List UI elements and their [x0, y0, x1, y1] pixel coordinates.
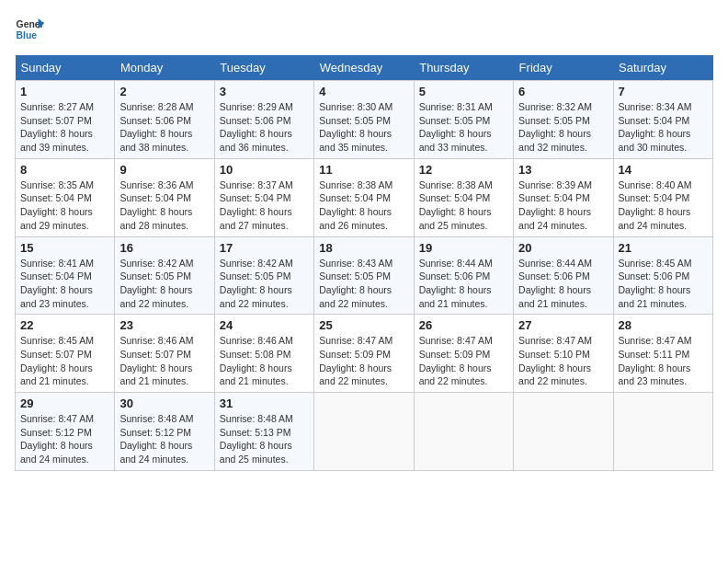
calendar-cell: 2 Sunrise: 8:28 AM Sunset: 5:06 PM Dayli…	[115, 81, 214, 159]
calendar-cell: 11 Sunrise: 8:38 AM Sunset: 5:04 PM Dayl…	[314, 158, 414, 236]
day-number: 27	[518, 318, 608, 332]
calendar-cell: 22 Sunrise: 8:45 AM Sunset: 5:07 PM Dayl…	[16, 315, 115, 393]
day-info: Sunrise: 8:47 AM Sunset: 5:10 PM Dayligh…	[518, 334, 608, 388]
day-number: 24	[220, 318, 309, 332]
day-number: 23	[119, 318, 209, 332]
calendar-cell: 30 Sunrise: 8:48 AM Sunset: 5:12 PM Dayl…	[115, 393, 214, 471]
calendar-cell: 9 Sunrise: 8:36 AM Sunset: 5:04 PM Dayli…	[115, 158, 214, 236]
col-monday: Monday	[115, 55, 214, 81]
calendar-cell: 23 Sunrise: 8:46 AM Sunset: 5:07 PM Dayl…	[115, 315, 214, 393]
calendar-cell: 10 Sunrise: 8:37 AM Sunset: 5:04 PM Dayl…	[214, 158, 313, 236]
day-number: 29	[20, 396, 109, 410]
day-number: 14	[619, 163, 708, 177]
page-header: General Blue	[15, 15, 713, 44]
day-info: Sunrise: 8:47 AM Sunset: 5:09 PM Dayligh…	[419, 334, 508, 388]
day-number: 8	[20, 163, 109, 177]
calendar-cell: 18 Sunrise: 8:43 AM Sunset: 5:05 PM Dayl…	[314, 236, 414, 315]
day-number: 9	[119, 163, 209, 177]
day-number: 22	[20, 318, 109, 332]
day-number: 11	[319, 163, 408, 177]
calendar-week-3: 15 Sunrise: 8:41 AM Sunset: 5:04 PM Dayl…	[16, 236, 713, 315]
day-info: Sunrise: 8:46 AM Sunset: 5:07 PM Dayligh…	[119, 334, 209, 388]
day-number: 20	[518, 241, 608, 255]
col-sunday: Sunday	[16, 55, 115, 81]
calendar-cell: 12 Sunrise: 8:38 AM Sunset: 5:04 PM Dayl…	[414, 158, 513, 236]
day-number: 19	[419, 241, 508, 255]
col-thursday: Thursday	[414, 55, 513, 81]
day-info: Sunrise: 8:28 AM Sunset: 5:06 PM Dayligh…	[119, 100, 209, 155]
svg-text:Blue: Blue	[17, 30, 38, 40]
day-number: 18	[319, 241, 408, 255]
day-number: 21	[619, 241, 708, 255]
calendar-week-4: 22 Sunrise: 8:45 AM Sunset: 5:07 PM Dayl…	[16, 315, 713, 393]
day-number: 1	[20, 85, 109, 98]
day-number: 28	[619, 318, 708, 332]
day-number: 25	[319, 318, 408, 332]
col-wednesday: Wednesday	[314, 55, 414, 81]
calendar-cell: 27 Sunrise: 8:47 AM Sunset: 5:10 PM Dayl…	[514, 315, 613, 393]
day-info: Sunrise: 8:48 AM Sunset: 5:12 PM Dayligh…	[119, 412, 209, 466]
col-tuesday: Tuesday	[214, 55, 313, 81]
calendar-cell	[613, 393, 712, 471]
calendar-week-5: 29 Sunrise: 8:47 AM Sunset: 5:12 PM Dayl…	[16, 393, 713, 471]
day-info: Sunrise: 8:30 AM Sunset: 5:05 PM Dayligh…	[319, 100, 408, 155]
col-friday: Friday	[514, 55, 613, 81]
day-info: Sunrise: 8:43 AM Sunset: 5:05 PM Dayligh…	[319, 257, 408, 311]
day-number: 2	[119, 85, 209, 98]
day-info: Sunrise: 8:42 AM Sunset: 5:05 PM Dayligh…	[220, 257, 309, 311]
day-info: Sunrise: 8:46 AM Sunset: 5:08 PM Dayligh…	[220, 334, 309, 388]
calendar-cell: 21 Sunrise: 8:45 AM Sunset: 5:06 PM Dayl…	[613, 236, 712, 315]
day-info: Sunrise: 8:39 AM Sunset: 5:04 PM Dayligh…	[518, 178, 608, 233]
calendar-cell: 17 Sunrise: 8:42 AM Sunset: 5:05 PM Dayl…	[214, 236, 313, 315]
day-info: Sunrise: 8:47 AM Sunset: 5:11 PM Dayligh…	[619, 334, 708, 388]
calendar-cell: 25 Sunrise: 8:47 AM Sunset: 5:09 PM Dayl…	[314, 315, 414, 393]
calendar-cell: 24 Sunrise: 8:46 AM Sunset: 5:08 PM Dayl…	[214, 315, 313, 393]
calendar-cell: 19 Sunrise: 8:44 AM Sunset: 5:06 PM Dayl…	[414, 236, 513, 315]
day-info: Sunrise: 8:47 AM Sunset: 5:09 PM Dayligh…	[319, 334, 408, 388]
day-number: 17	[220, 241, 309, 255]
col-saturday: Saturday	[613, 55, 712, 81]
calendar-cell: 13 Sunrise: 8:39 AM Sunset: 5:04 PM Dayl…	[514, 158, 613, 236]
calendar-cell: 16 Sunrise: 8:42 AM Sunset: 5:05 PM Dayl…	[115, 236, 214, 315]
day-info: Sunrise: 8:32 AM Sunset: 5:05 PM Dayligh…	[518, 100, 608, 155]
calendar-cell: 7 Sunrise: 8:34 AM Sunset: 5:04 PM Dayli…	[613, 81, 712, 159]
day-number: 6	[518, 85, 608, 98]
day-number: 12	[419, 163, 508, 177]
calendar-cell: 29 Sunrise: 8:47 AM Sunset: 5:12 PM Dayl…	[16, 393, 115, 471]
day-info: Sunrise: 8:27 AM Sunset: 5:07 PM Dayligh…	[20, 100, 109, 155]
calendar-table: Sunday Monday Tuesday Wednesday Thursday…	[15, 55, 713, 471]
day-info: Sunrise: 8:36 AM Sunset: 5:04 PM Dayligh…	[119, 178, 209, 233]
calendar-cell: 15 Sunrise: 8:41 AM Sunset: 5:04 PM Dayl…	[16, 236, 115, 315]
calendar-cell: 28 Sunrise: 8:47 AM Sunset: 5:11 PM Dayl…	[613, 315, 712, 393]
day-info: Sunrise: 8:37 AM Sunset: 5:04 PM Dayligh…	[220, 178, 309, 233]
day-info: Sunrise: 8:38 AM Sunset: 5:04 PM Dayligh…	[319, 178, 408, 233]
calendar-cell: 31 Sunrise: 8:48 AM Sunset: 5:13 PM Dayl…	[214, 393, 313, 471]
day-info: Sunrise: 8:34 AM Sunset: 5:04 PM Dayligh…	[619, 100, 708, 155]
day-info: Sunrise: 8:31 AM Sunset: 5:05 PM Dayligh…	[419, 100, 508, 155]
calendar-cell	[414, 393, 513, 471]
day-number: 3	[220, 85, 309, 98]
calendar-cell: 6 Sunrise: 8:32 AM Sunset: 5:05 PM Dayli…	[514, 81, 613, 159]
day-info: Sunrise: 8:40 AM Sunset: 5:04 PM Dayligh…	[619, 178, 708, 233]
day-info: Sunrise: 8:45 AM Sunset: 5:07 PM Dayligh…	[20, 334, 109, 388]
day-info: Sunrise: 8:29 AM Sunset: 5:06 PM Dayligh…	[220, 100, 309, 155]
day-number: 13	[518, 163, 608, 177]
logo: General Blue	[15, 15, 44, 44]
day-number: 10	[220, 163, 309, 177]
day-number: 26	[419, 318, 508, 332]
calendar-cell: 20 Sunrise: 8:44 AM Sunset: 5:06 PM Dayl…	[514, 236, 613, 315]
logo-icon: General Blue	[15, 15, 44, 44]
day-info: Sunrise: 8:44 AM Sunset: 5:06 PM Dayligh…	[518, 257, 608, 311]
calendar-cell	[514, 393, 613, 471]
day-info: Sunrise: 8:41 AM Sunset: 5:04 PM Dayligh…	[20, 257, 109, 311]
calendar-cell: 26 Sunrise: 8:47 AM Sunset: 5:09 PM Dayl…	[414, 315, 513, 393]
day-number: 4	[319, 85, 408, 98]
calendar-cell: 5 Sunrise: 8:31 AM Sunset: 5:05 PM Dayli…	[414, 81, 513, 159]
day-number: 15	[20, 241, 109, 255]
calendar-cell: 14 Sunrise: 8:40 AM Sunset: 5:04 PM Dayl…	[613, 158, 712, 236]
day-number: 7	[619, 85, 708, 98]
day-info: Sunrise: 8:45 AM Sunset: 5:06 PM Dayligh…	[619, 257, 708, 311]
day-info: Sunrise: 8:42 AM Sunset: 5:05 PM Dayligh…	[119, 257, 209, 311]
calendar-cell: 3 Sunrise: 8:29 AM Sunset: 5:06 PM Dayli…	[214, 81, 313, 159]
day-info: Sunrise: 8:47 AM Sunset: 5:12 PM Dayligh…	[20, 412, 109, 466]
